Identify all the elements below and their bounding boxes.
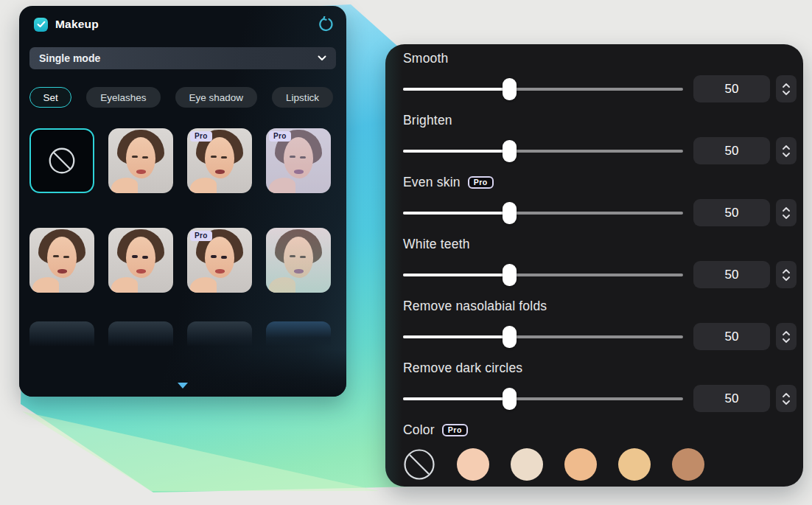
- step-down-button[interactable]: [783, 215, 790, 219]
- slider-row-brighten: Brighten 50: [403, 112, 797, 164]
- panel-title: Makeup: [55, 18, 99, 31]
- slider-fill: [403, 397, 509, 400]
- white-teeth-stepper[interactable]: [776, 261, 797, 288]
- step-down-button[interactable]: [783, 153, 790, 157]
- slider-handle[interactable]: [503, 202, 517, 224]
- slider-row-remove-dark-circles: Remove dark circles 50: [403, 360, 797, 412]
- reset-button[interactable]: [317, 15, 335, 33]
- style-preset-6[interactable]: Pro: [187, 228, 252, 293]
- adjustment-panel: Smooth 50 Brighten 50: [385, 44, 803, 487]
- slider-handle[interactable]: [503, 78, 517, 100]
- color-swatch-1[interactable]: [457, 448, 489, 481]
- color-none-option[interactable]: [403, 448, 435, 481]
- color-section-label: Color: [403, 422, 435, 438]
- thumb-art: [211, 156, 217, 158]
- pro-badge: Pro: [442, 424, 468, 436]
- style-preset-3[interactable]: Pro: [266, 128, 331, 193]
- color-swatch-row: [403, 448, 797, 481]
- brighten-value-input[interactable]: 50: [693, 137, 770, 164]
- category-tabs: Set Eyelashes Eye shadow Lipstick: [29, 87, 336, 108]
- white-teeth-value-input[interactable]: 50: [693, 261, 770, 288]
- tab-eye-shadow[interactable]: Eye shadow: [175, 87, 258, 108]
- color-swatch-2[interactable]: [511, 448, 543, 481]
- style-preset-1[interactable]: [108, 128, 173, 193]
- style-none-option[interactable]: [29, 128, 94, 193]
- step-down-button[interactable]: [783, 400, 790, 405]
- style-preset-partial[interactable]: [29, 321, 94, 346]
- slider-fill: [403, 335, 509, 338]
- even-skin-slider[interactable]: [403, 199, 683, 226]
- style-preset-partial[interactable]: [266, 321, 331, 346]
- makeup-panel: Makeup Single mode Set Eyelashes Eye sha…: [19, 6, 346, 397]
- tab-eyelashes[interactable]: Eyelashes: [86, 87, 160, 108]
- thumb-art: [32, 277, 59, 293]
- step-down-button[interactable]: [783, 338, 790, 343]
- even-skin-stepper[interactable]: [776, 199, 797, 226]
- remove-nasolabial-folds-value-input[interactable]: 50: [693, 323, 770, 350]
- color-swatch-5[interactable]: [672, 448, 704, 481]
- thumb-art: [53, 255, 59, 257]
- style-preset-5[interactable]: [108, 228, 173, 293]
- checkmark-icon: [37, 21, 46, 28]
- thumb-art: [136, 269, 146, 274]
- thumb-art: [57, 269, 67, 274]
- remove-dark-circles-slider[interactable]: [403, 385, 683, 412]
- makeup-enable-checkbox[interactable]: [34, 18, 48, 32]
- thumb-art: [190, 277, 217, 293]
- slider-label: Even skin: [403, 175, 461, 190]
- slider-handle[interactable]: [503, 388, 517, 410]
- step-up-button[interactable]: [783, 83, 790, 88]
- remove-nasolabial-folds-slider[interactable]: [403, 323, 683, 350]
- tab-set[interactable]: Set: [29, 87, 71, 108]
- remove-dark-circles-stepper[interactable]: [776, 385, 797, 412]
- remove-nasolabial-folds-stepper[interactable]: [776, 323, 797, 350]
- slider-row-remove-nasolabial-folds: Remove nasolabial folds 50: [403, 298, 797, 350]
- chevron-down-icon: [318, 55, 326, 61]
- thumb-art: [266, 228, 331, 293]
- color-section: Color Pro: [403, 422, 797, 481]
- style-preset-partial[interactable]: [187, 321, 252, 346]
- even-skin-value-input[interactable]: 50: [693, 199, 770, 226]
- expand-more-arrow[interactable]: [178, 383, 188, 389]
- color-swatch-3[interactable]: [564, 448, 597, 481]
- smooth-value-input[interactable]: 50: [693, 75, 770, 102]
- slider-handle[interactable]: [503, 326, 517, 348]
- smooth-stepper[interactable]: [776, 75, 797, 102]
- thumb-art: [215, 170, 225, 174]
- style-preset-2[interactable]: Pro: [187, 128, 252, 193]
- step-up-button[interactable]: [783, 145, 790, 150]
- slider-row-white-teeth: White teeth 50: [403, 236, 797, 288]
- remove-dark-circles-value-input[interactable]: 50: [693, 385, 770, 412]
- step-up-button[interactable]: [783, 393, 790, 397]
- step-down-button[interactable]: [783, 276, 790, 281]
- step-down-button[interactable]: [783, 91, 790, 95]
- pro-badge: Pro: [190, 131, 212, 142]
- prohibition-icon: [46, 145, 77, 176]
- slider-handle[interactable]: [503, 140, 517, 162]
- color-swatch-4[interactable]: [618, 448, 651, 481]
- smooth-slider[interactable]: [403, 75, 683, 102]
- mode-dropdown-value: Single mode: [39, 52, 100, 64]
- prohibition-icon: [403, 448, 435, 481]
- style-preset-4[interactable]: [29, 228, 94, 293]
- step-up-button[interactable]: [783, 331, 790, 335]
- style-preset-7[interactable]: [266, 228, 331, 293]
- white-teeth-slider[interactable]: [403, 261, 683, 288]
- brighten-stepper[interactable]: [776, 137, 797, 164]
- slider-handle[interactable]: [503, 264, 517, 286]
- slider-label: Brighten: [403, 113, 452, 128]
- thumb-art: [132, 255, 138, 258]
- tab-lipstick[interactable]: Lipstick: [272, 87, 333, 108]
- step-up-button[interactable]: [783, 207, 790, 212]
- step-up-button[interactable]: [783, 269, 790, 274]
- thumb-art: [211, 255, 217, 258]
- pro-badge: Pro: [468, 176, 494, 189]
- style-preset-partial[interactable]: [108, 321, 173, 346]
- style-grid: Pro Pro Pro: [29, 128, 336, 293]
- slider-fill: [403, 274, 509, 276]
- brighten-slider[interactable]: [403, 137, 683, 164]
- thumb-art: [136, 170, 146, 174]
- slider-fill: [403, 212, 509, 215]
- mode-dropdown[interactable]: Single mode: [29, 47, 336, 69]
- thumb-art: [132, 156, 138, 158]
